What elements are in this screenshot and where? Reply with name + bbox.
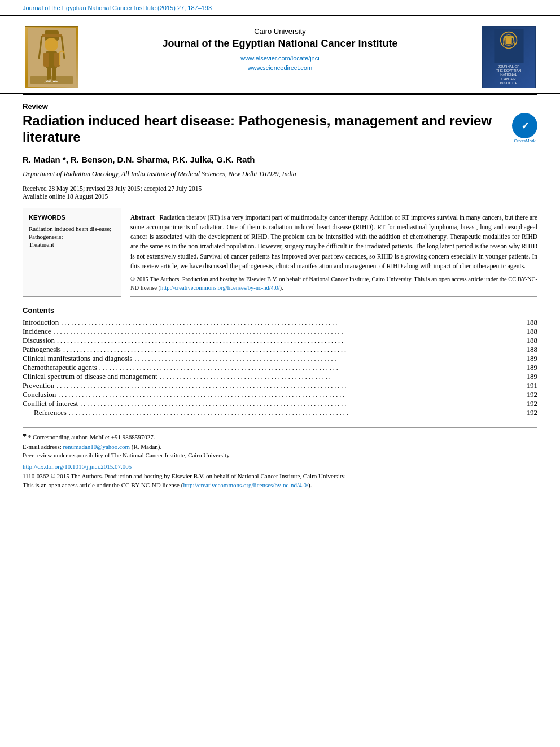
content-area: Review ✓ CrossMark Radiation induced hea…	[0, 95, 560, 490]
toc-name-discussion: Discussion	[23, 336, 55, 345]
toc-dots-pathogenesis: . . . . . . . . . . . . . . . . . . . . …	[63, 346, 524, 354]
toc-item-conflict: Conflict of interest . . . . . . . . . .…	[23, 399, 537, 408]
contents-title: Contents	[23, 306, 537, 314]
abstract-body: Radiation therapy (RT) is a very importa…	[130, 214, 537, 269]
affiliation: Department of Radiation Oncology, All In…	[23, 170, 537, 178]
toc-dots-introduction: . . . . . . . . . . . . . . . . . . . . …	[61, 318, 524, 327]
toc-name-prevention: Prevention	[23, 381, 54, 390]
toc-item-discussion: Discussion . . . . . . . . . . . . . . .…	[23, 336, 537, 345]
svg-rect-18	[505, 39, 511, 45]
abstract-bottom-rule	[130, 296, 537, 297]
authors-text: R. Madan *, R. Benson, D.N. Sharma, P.K.…	[23, 155, 255, 164]
journal-link[interactable]: Journal of the Egyptian National Cancer …	[23, 5, 212, 11]
keyword-3: Treatment	[29, 241, 115, 248]
toc-name-references: References	[34, 408, 67, 417]
keywords-column: KEYWORDS Radiation induced heart dis-eas…	[23, 208, 121, 298]
toc-page-clinical-mani: 189	[527, 354, 538, 363]
journal-links: www.elsevier.com/locate/jnci www.science…	[90, 54, 470, 73]
keyword-1: Radiation induced heart dis-ease;	[29, 225, 115, 232]
contents-section: Contents Introduction . . . . . . . . . …	[23, 306, 537, 417]
email-label: E-mail address:	[23, 443, 62, 450]
toc-name-spectrum: Clinical spectrum of disease and managem…	[23, 372, 158, 381]
received-date: Received 28 May 2015; revised 23 July 20…	[23, 185, 537, 192]
toc-page-discussion: 188	[527, 336, 538, 345]
toc-dots-conflict: . . . . . . . . . . . . . . . . . . . . …	[80, 400, 524, 408]
email-link[interactable]: renumadan10@yahoo.com	[63, 443, 130, 450]
toc-name-conclusion: Conclusion	[23, 390, 56, 399]
crossmark-label: CrossMark	[512, 138, 537, 143]
header-section: مصر الكنز Cairo University Journal of th…	[0, 15, 560, 94]
svg-rect-11	[59, 53, 60, 65]
svg-rect-14	[494, 29, 523, 63]
toc-item-chemo: Chemotherapeutic agents . . . . . . . . …	[23, 363, 537, 372]
toc-page-conclusion: 192	[527, 390, 538, 399]
toc-page-prevention: 191	[527, 381, 538, 390]
abstract-label: Abstract	[130, 214, 155, 221]
svg-rect-19	[504, 36, 512, 38]
page-wrapper: Journal of the Egyptian National Cancer …	[0, 0, 560, 747]
toc-name-conflict: Conflict of interest	[23, 399, 78, 408]
keywords-title: KEYWORDS	[29, 214, 115, 221]
toc-page-pathogenesis: 188	[527, 345, 538, 354]
corresponding-text: * Corresponding author. Mobile: +91 9868…	[28, 434, 155, 440]
egyptian-logo: مصر الكنز	[25, 26, 78, 88]
right-logo-area: JOURNAL OFTHE EGYPTIANNATIONALCANCERINST…	[475, 21, 537, 93]
toc-name-introduction: Introduction	[23, 318, 59, 327]
svg-rect-2	[42, 34, 62, 37]
journal-logo-right: JOURNAL OFTHE EGYPTIANNATIONALCANCERINST…	[482, 26, 536, 88]
svg-text:✓: ✓	[520, 120, 529, 132]
cc-license-link[interactable]: http://creativecommons.org/licenses/by-n…	[160, 285, 280, 291]
crossmark-area: ✓ CrossMark	[512, 113, 537, 143]
toc-dots-discussion: . . . . . . . . . . . . . . . . . . . . …	[57, 337, 524, 345]
toc-name-pathogenesis: Pathogenesis	[23, 345, 61, 354]
toc-dots-chemo: . . . . . . . . . . . . . . . . . . . . …	[99, 364, 524, 372]
footer-section: * * Corresponding author. Mobile: +91 98…	[23, 427, 537, 490]
section-label: Review	[23, 102, 537, 111]
header-center: Cairo University Journal of the Egyptian…	[85, 21, 475, 93]
journal-title: Journal of the Egyptian National Cancer …	[90, 38, 470, 50]
two-col-section: KEYWORDS Radiation induced heart dis-eas…	[23, 208, 537, 298]
doi-link[interactable]: http://dx.doi.org/10.1016/j.jnci.2015.07…	[23, 463, 132, 470]
toc-item-incidence: Incidence . . . . . . . . . . . . . . . …	[23, 327, 537, 336]
toc-dots-prevention: . . . . . . . . . . . . . . . . . . . . …	[56, 382, 524, 390]
abstract-top-rule	[130, 208, 537, 208]
toc-item-references: References . . . . . . . . . . . . . . .…	[23, 408, 537, 417]
toc-dots-incidence: . . . . . . . . . . . . . . . . . . . . …	[54, 327, 524, 336]
toc-name-incidence: Incidence	[23, 327, 51, 336]
copyright-end: ).	[280, 285, 283, 291]
svg-point-3	[45, 38, 58, 51]
copyright-text-2: This is an open access article under the…	[23, 482, 183, 488]
peer-review-line: Peer review under responsibility of The …	[23, 452, 537, 458]
svg-rect-5	[43, 53, 49, 67]
authors: R. Madan *, R. Benson, D.N. Sharma, P.K.…	[23, 155, 537, 164]
dates-section: Received 28 May 2015; revised 23 July 20…	[23, 185, 537, 200]
abstract-copyright: © 2015 The Authors. Production and hosti…	[130, 276, 537, 292]
toc-page-chemo: 189	[527, 363, 538, 372]
keyword-2: Pathogenesis;	[29, 233, 115, 240]
toc-dots-spectrum: . . . . . . . . . . . . . . . . . . . . …	[160, 373, 524, 381]
toc-item-prevention: Prevention . . . . . . . . . . . . . . .…	[23, 381, 537, 390]
sciencedirect-link[interactable]: www.sciencedirect.com	[90, 63, 470, 73]
crossmark-icon: ✓	[512, 113, 537, 138]
toc-item-pathogenesis: Pathogenesis . . . . . . . . . . . . . .…	[23, 345, 537, 354]
toc-page-introduction: 188	[527, 318, 538, 327]
cc-link-footer[interactable]: http://creativecommons.org/licenses/by-n…	[183, 482, 308, 488]
toc-name-chemo: Chemotherapeutic agents	[23, 363, 97, 372]
toc-item-introduction: Introduction . . . . . . . . . . . . . .…	[23, 318, 537, 327]
toc-item-clinical-mani: Clinical manifestations and diagnosis . …	[23, 354, 537, 363]
article-title: Radiation induced heart disease: Pathoge…	[23, 113, 537, 146]
toc-list: Introduction . . . . . . . . . . . . . .…	[23, 318, 537, 417]
toc-item-spectrum: Clinical spectrum of disease and managem…	[23, 372, 537, 381]
toc-page-incidence: 188	[527, 327, 538, 336]
email-suffix: (R. Madan).	[130, 443, 161, 450]
abstract-column: Abstract Radiation therapy (RT) is a ver…	[130, 208, 537, 298]
toc-page-spectrum: 189	[527, 372, 538, 381]
email-line: E-mail address: renumadan10@yahoo.com (R…	[23, 443, 537, 450]
elsevier-link[interactable]: www.elsevier.com/locate/jnci	[90, 54, 470, 64]
abstract-text: Abstract Radiation therapy (RT) is a ver…	[130, 213, 537, 272]
right-logo-title: JOURNAL OFTHE EGYPTIANNATIONALCANCERINST…	[496, 65, 521, 85]
toc-page-references: 192	[527, 408, 538, 417]
left-logo-area: مصر الكنز	[23, 21, 85, 93]
university-name: Cairo University	[90, 27, 470, 36]
copyright-text-1: 1110-0362 © 2015 The Authors. Production…	[23, 473, 346, 479]
